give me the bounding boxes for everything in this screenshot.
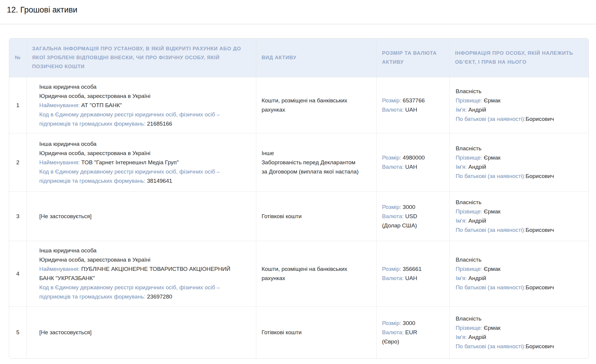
field-value: Андрій <box>467 107 486 113</box>
field-label: Ім'я: <box>456 164 467 170</box>
text-line: (Євро) <box>382 337 444 346</box>
text-line: Власність <box>456 144 583 153</box>
asset-type-cell: Готівкові кошти <box>256 191 376 241</box>
text-line: Власність <box>456 87 583 96</box>
asset-type-cell: Кошти, розміщені на банківських рахунках <box>256 241 376 306</box>
text-line: [Не застосовується] <box>39 328 235 337</box>
field-value: АТ "ОТП БАНК" <box>80 102 122 108</box>
field-label: Валюта: <box>382 107 404 113</box>
field-value: Єрмак <box>482 266 500 272</box>
field-value: 21685166 <box>145 121 172 127</box>
row-number-cell: 4 <box>9 241 27 306</box>
table-row: 4Інша юридична особаЮридична особа, заре… <box>9 241 589 306</box>
header-row: № ЗАГАЛЬНА ІНФОРМАЦІЯ ПРО УСТАНОВУ, В ЯК… <box>9 38 589 77</box>
field-value: Єрмак <box>482 325 500 331</box>
field-value: Андрій <box>467 164 486 170</box>
col-header-amount-currency: РОЗМІР ТА ВАЛЮТА АКТИВУ <box>376 38 449 77</box>
owner-cell: ВласністьПрізвище: ЄрмакІм'я: АндрійПо б… <box>449 191 589 241</box>
text-line: Ім'я: Андрій <box>456 162 583 171</box>
field-label: Код в Єдиному державному реєстрі юридичн… <box>39 111 220 127</box>
text-line: Прізвище: Єрмак <box>456 207 583 216</box>
field-value: Андрій <box>467 218 486 224</box>
field-label: Розмір: <box>382 266 401 272</box>
field-value: UAH <box>403 107 417 113</box>
field-label: Валюта: <box>382 275 404 281</box>
text-line: По батькові (за наявності):Борисович <box>456 225 583 235</box>
field-value: UAH <box>403 164 417 170</box>
text-line: Прізвище: Єрмак <box>456 323 583 332</box>
field-value: Борисович <box>526 116 554 122</box>
field-label: Прізвище: <box>456 154 482 161</box>
field-label: Найменування: <box>39 102 80 108</box>
field-value: 3000 <box>401 320 415 326</box>
text-line: Юридична особа, зареєстрована в Україні <box>39 149 235 158</box>
field-value: ТОВ "Гарнет Інтернешнл Медіа Груп" <box>80 159 179 165</box>
field-label: По батькові (за наявності): <box>456 116 526 122</box>
field-value: 4980000 <box>401 154 425 161</box>
field-value: Андрій <box>467 275 486 281</box>
field-value: UAH <box>403 275 417 281</box>
text-line: Юридична особа, зареєстрована в Україні <box>39 255 235 264</box>
asset-type-cell: Кошти, розміщені на банківських рахунках <box>256 77 376 133</box>
text-line: Ім'я: Андрій <box>456 216 583 225</box>
institution-cell: Інша юридична особаЮридична особа, зареє… <box>27 77 256 133</box>
field-label: Прізвище: <box>456 266 482 272</box>
text-line: Валюта: UAH <box>382 274 444 283</box>
field-label: Розмір: <box>382 320 401 326</box>
text-line: Ім'я: Андрій <box>456 274 583 283</box>
col-header-owner-info: ІНФОРМАЦІЯ ПРО ОСОБУ, ЯКІЙ НАЛЕЖИТЬ ОБ’Є… <box>449 38 589 77</box>
amount-cell: Розмір: 3000Валюта: EUR(Євро) <box>376 306 449 358</box>
text-line: Валюта: UAH <box>382 162 444 171</box>
col-header-number: № <box>9 38 27 77</box>
row-number-cell: 5 <box>9 306 27 358</box>
field-label: Розмір: <box>382 204 401 210</box>
field-value: Борисович <box>526 343 554 349</box>
text-line: Готівкові кошти <box>262 328 361 337</box>
field-label: Ім'я: <box>456 334 467 340</box>
text-line: Розмір: 6537766 <box>382 96 444 105</box>
row-number-cell: 1 <box>9 77 27 133</box>
text-line: Розмір: 3000 <box>382 318 444 328</box>
owner-cell: ВласністьПрізвище: ЄрмакІм'я: АндрійПо б… <box>449 241 589 306</box>
owner-cell: ВласністьПрізвище: ЄрмакІм'я: АндрійПо б… <box>449 77 589 133</box>
field-label: Розмір: <box>382 154 401 161</box>
text-line: Готівкові кошти <box>262 212 361 221</box>
text-line: Інша юридична особа <box>39 82 235 91</box>
text-line: Валюта: USD <box>382 212 444 221</box>
field-value: Єрмак <box>482 97 500 104</box>
text-line: По батькові (за наявності):Борисович <box>456 342 583 351</box>
text-line: Найменування: ПУБЛІЧНЕ АКЦІОНЕРНЕ ТОВАРИ… <box>39 264 235 283</box>
col-header-institution: ЗАГАЛЬНА ІНФОРМАЦІЯ ПРО УСТАНОВУ, В ЯКІЙ… <box>27 38 256 77</box>
field-label: По батькові (за наявності): <box>456 343 526 349</box>
text-line: По батькові (за наявності):Борисович <box>456 171 583 181</box>
field-label: Код в Єдиному державному реєстрі юридичн… <box>39 284 220 300</box>
row-number-cell: 2 <box>9 133 27 191</box>
field-label: Ім'я: <box>456 275 467 281</box>
field-label: Код в Єдиному державному реєстрі юридичн… <box>39 168 220 184</box>
field-label: По батькові (за наявності): <box>456 173 526 179</box>
institution-cell: [Не застосовується] <box>27 191 256 241</box>
field-value: Борисович <box>526 227 554 233</box>
asset-type-cell: Готівкові кошти <box>256 306 376 358</box>
field-label: Валюта: <box>382 164 404 170</box>
amount-cell: Розмір: 3000Валюта: USD(Долар США) <box>376 191 449 241</box>
text-line: Заборгованість перед Декларантом за Дого… <box>262 158 361 176</box>
page-title: 12. Грошові активи <box>0 0 596 15</box>
field-label: Найменування: <box>39 266 80 272</box>
owner-cell: ВласністьПрізвище: ЄрмакІм'я: АндрійПо б… <box>449 306 589 358</box>
field-value: Борисович <box>526 284 554 290</box>
text-line: Код в Єдиному державному реєстрі юридичн… <box>39 283 235 301</box>
field-value: Борисович <box>526 173 554 179</box>
field-label: Валюта: <box>382 329 404 335</box>
field-label: Найменування: <box>39 159 80 165</box>
institution-cell: Інша юридична особаЮридична особа, зареє… <box>27 241 256 306</box>
text-line: Розмір: 356661 <box>382 264 444 274</box>
field-value: Андрій <box>467 334 486 340</box>
table-header: № ЗАГАЛЬНА ІНФОРМАЦІЯ ПРО УСТАНОВУ, В ЯК… <box>9 38 589 77</box>
field-label: Розмір: <box>382 97 401 104</box>
field-label: По батькові (за наявності): <box>456 227 526 233</box>
field-value: Єрмак <box>482 154 500 161</box>
field-label: Прізвище: <box>456 97 482 104</box>
text-line: Прізвище: Єрмак <box>456 96 583 105</box>
text-line: Розмір: 4980000 <box>382 153 444 162</box>
